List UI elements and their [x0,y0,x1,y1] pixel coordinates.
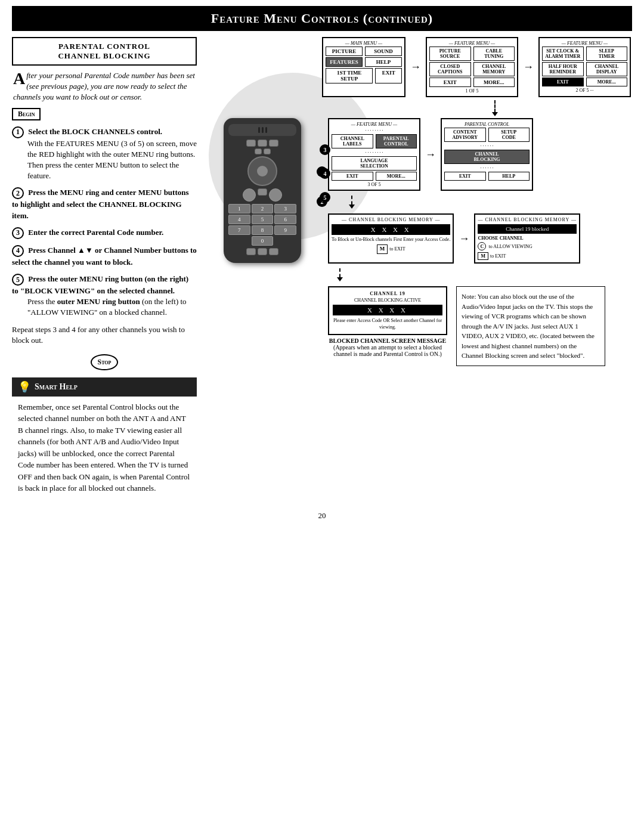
step-number-4: 4 [12,245,24,257]
feature-menu-2-label: — FEATURE MENU — [542,41,627,46]
step-4-title: Press Channel ▲▼ or Channel Number butto… [12,246,197,267]
arrow-2: → [523,37,534,97]
number-pad: 1 2 3 4 5 6 7 8 9 0 [228,204,296,246]
closed-captions-btn: CLOSEDCAPTIONS [429,62,471,76]
num-0[interactable]: 0 [252,236,274,246]
remote-center[interactable] [257,166,268,176]
remote-btn-2[interactable] [258,140,267,147]
bottom-section: CHANNEL 19 CHANNEL BLOCKING ACTIVE X X X… [328,286,632,366]
setup-code-btn: SETUPCODE [488,128,530,142]
arrow-3: → [425,118,436,191]
arrow-4: → [459,213,469,264]
remote-minus-btn[interactable] [269,188,282,202]
main-menu-label: — MAIN MENU — [326,41,402,46]
exit-fm1: EXIT [429,78,471,87]
content-advisory-btn: CONTENTADVISORY [444,128,486,142]
right-panels: — FEATURE MENU — · · · · · · · · CHANNEL… [328,118,632,366]
main-menu-screen: — MAIN MENU — PICTURE SOUND FEATURES HEL… [322,37,405,97]
remote-btn-1[interactable] [246,140,256,147]
parental-control-btn: PARENTALCONTROL [376,134,417,148]
num-2[interactable]: 2 [252,204,274,213]
middle-section: 1 2 3 4 5 6 7 8 9 0 [203,118,632,366]
screen-row-2: — FEATURE MENU — · · · · · · · · CHANNEL… [328,118,632,191]
allow-viewing-label: to ALLOW VIEWING [488,244,532,249]
intro-text: After your personal Parental Code number… [12,70,197,103]
fm1-row3: EXIT MORE... [429,78,515,87]
step-1-body: With the FEATURES MENU (3 of 5) on scree… [27,138,197,182]
remote-bottom-btns [228,248,296,255]
remote-btn-9[interactable] [269,248,278,255]
setup-btn: 1ST TIME SETUP [326,68,373,83]
num-4[interactable]: 4 [228,215,250,224]
num-3[interactable]: 3 [274,204,296,213]
m-badge: M [377,244,388,254]
begin-button: Begin [12,108,41,120]
channel-memory-btn: CHANNELMEMORY [473,62,515,76]
fm1-footer: 1 OF 5 [429,88,515,94]
screen-row-1: — MAIN MENU — PICTURE SOUND FEATURES HEL… [322,37,632,97]
fm3-row3: EXIT MORE... [332,172,417,181]
fm3-dots: · · · · · · · · [332,128,417,133]
remote-btn-row-1 [228,140,296,147]
repeat-text: Repeat steps 3 and 4 for any other chann… [12,324,197,346]
picture-source-btn: PICTURESOURCE [429,47,471,61]
note-text: Note: You can also block out the use of … [462,293,595,359]
remote-plus-btn[interactable] [243,188,256,202]
step-1-title: Select the BLOCK CHANNELS control. [28,127,162,136]
blocking-info-1: To Block or Un-Block channels First Ente… [332,237,450,254]
help-btn: HELP [365,57,402,67]
m-exit-row2: M to EXIT [478,252,577,260]
num-9[interactable]: 9 [274,225,296,235]
main-menu-item-row-3: 1ST TIME SETUP EXIT [326,68,402,83]
num-1[interactable]: 1 [228,204,250,213]
fm3-row2: LANGUAGESELECTION [332,156,417,171]
fm1-row2: CLOSEDCAPTIONS CHANNELMEMORY [429,62,515,76]
channel-blocking-screen-1: — CHANNEL BLOCKING MEMORY — X X X X To B… [328,213,454,264]
pc-row2: CHANNELBLOCKING [444,150,530,164]
channel-blocking-active: CHANNEL BLOCKING ACTIVE [333,298,442,303]
channel-blocking-screen-2: — CHANNEL BLOCKING MEMORY — Channel 19 b… [474,213,580,264]
indicator-3: 3 [320,144,330,155]
right-content: — MAIN MENU — PICTURE SOUND FEATURES HEL… [203,37,632,366]
cable-tuning-btn: CABLETUNING [473,47,515,61]
allow-row: C to ALLOW VIEWING [478,242,577,250]
exit-btn-main: EXIT [375,68,402,83]
num-8[interactable]: 8 [252,225,274,235]
remote-btn-8[interactable] [258,248,267,255]
fm2-row2: HALF HOURREMINDER CHANNELDISPLAY [542,62,627,76]
step-2: 2 Press the MENU ring and center MENU bu… [12,187,197,221]
step-1: 1 Select the BLOCK CHANNELS control. Wit… [12,126,197,182]
dashed-connector-2 [346,196,358,209]
step-5-body: Press the outer MENU ring button (on the… [27,296,197,318]
screen-row-3: — CHANNEL BLOCKING MEMORY — X X X X To B… [328,213,632,264]
remote-btn-3[interactable] [269,140,278,147]
more-fm1: MORE... [473,78,515,87]
step-number-1: 1 [12,126,24,138]
remote-btn-5[interactable] [264,148,271,154]
choose-channel-text: CHOOSE CHANNEL [478,236,523,241]
num-6[interactable]: 6 [274,215,296,224]
fm2-row3: EXIT MORE... [542,78,627,86]
parental-header-line1: Parental Control [17,42,192,51]
channel-display-btn: CHANNELDISPLAY [586,62,628,76]
stop-button: Stop [91,354,119,370]
fm3-row1: CHANNELLABELS PARENTALCONTROL [332,134,417,148]
remote-btn-4[interactable] [255,148,262,154]
x-bar-2: X X X X [333,305,442,315]
right-column: — MAIN MENU — PICTURE SOUND FEATURES HEL… [203,37,632,499]
remote-btn-6[interactable] [258,188,267,196]
sound-btn: SOUND [365,47,402,56]
channel-19-screen: CHANNEL 19 CHANNEL BLOCKING ACTIVE X X X… [328,286,447,335]
remote-ring[interactable] [247,156,277,186]
step-5-title: Press the outer MENU ring button (on the… [12,274,188,295]
dashed-connector-3 [334,268,346,281]
blocked-channel-msg-sublabel: (Appears when an attempt to select a blo… [328,344,447,357]
pc-dots2: · · · · · · [444,165,530,171]
sleep-timer-btn: SLEEPTIMER [586,47,628,61]
exit-pc: EXIT [444,172,486,181]
remote-btn-7[interactable] [246,248,256,255]
intro-body: fter your personal Parental Code number … [13,71,195,101]
num-5[interactable]: 5 [252,215,274,224]
num-7[interactable]: 7 [228,225,250,235]
parental-ctrl-screen: PARENTAL CONTROL CONTENTADVISORY SETUPCO… [441,118,533,191]
